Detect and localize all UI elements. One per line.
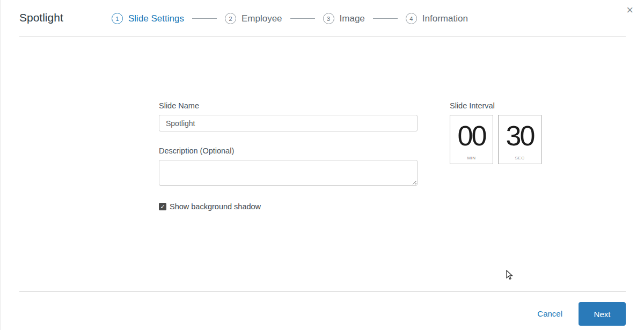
- interval-minutes-unit: MIN: [450, 156, 493, 160]
- cancel-button[interactable]: Cancel: [537, 302, 562, 326]
- step-2-circle: 2: [225, 13, 236, 24]
- step-image[interactable]: 3 Image: [323, 13, 365, 24]
- interval-minutes-value: 00: [450, 115, 493, 156]
- show-shadow-checkbox[interactable]: ✓: [159, 203, 166, 210]
- next-button[interactable]: Next: [579, 302, 626, 326]
- description-textarea[interactable]: [159, 160, 418, 186]
- wizard-stepper: 1 Slide Settings 2 Employee 3 Image 4 In…: [112, 13, 468, 24]
- step-information[interactable]: 4 Information: [406, 13, 468, 24]
- interval-seconds-unit: SEC: [499, 156, 541, 160]
- step-1-label: Slide Settings: [128, 13, 184, 24]
- step-2-label: Employee: [241, 13, 282, 24]
- interval-minutes-box[interactable]: 00 MIN: [450, 115, 493, 164]
- slide-interval-section: Slide Interval 00 MIN 30 SEC: [450, 101, 541, 164]
- interval-seconds-value: 30: [499, 115, 541, 156]
- page-title: Spotlight: [19, 11, 63, 24]
- step-4-label: Information: [422, 13, 468, 24]
- step-connector: [373, 18, 398, 19]
- footer-divider: [19, 291, 626, 292]
- shadow-checkbox-label: Show background shadow: [170, 202, 261, 211]
- step-connector: [192, 18, 217, 19]
- step-connector: [290, 18, 315, 19]
- step-4-circle: 4: [406, 13, 417, 24]
- interval-seconds-box[interactable]: 30 SEC: [498, 115, 541, 164]
- header-divider: [19, 36, 626, 37]
- step-employee[interactable]: 2 Employee: [225, 13, 282, 24]
- slide-name-label: Slide Name: [159, 101, 418, 110]
- slide-settings-form: Slide Name Description (Optional) ✓ Show…: [159, 101, 418, 211]
- modal-header: Spotlight 1 Slide Settings 2 Employee 3 …: [1, 0, 644, 36]
- description-label: Description (Optional): [159, 146, 418, 155]
- shadow-checkbox-row: ✓ Show background shadow: [159, 202, 418, 211]
- slide-name-input[interactable]: [159, 115, 418, 131]
- step-3-label: Image: [340, 13, 365, 24]
- step-3-circle: 3: [323, 13, 334, 24]
- step-slide-settings[interactable]: 1 Slide Settings: [112, 13, 184, 24]
- close-icon[interactable]: ×: [626, 4, 633, 16]
- step-1-circle: 1: [112, 13, 123, 24]
- checkmark-icon: ✓: [160, 204, 165, 210]
- slide-interval-label: Slide Interval: [450, 101, 541, 110]
- mouse-cursor-icon: [505, 270, 515, 281]
- spotlight-wizard-modal: Spotlight 1 Slide Settings 2 Employee 3 …: [0, 0, 644, 330]
- interval-boxes: 00 MIN 30 SEC: [450, 115, 541, 164]
